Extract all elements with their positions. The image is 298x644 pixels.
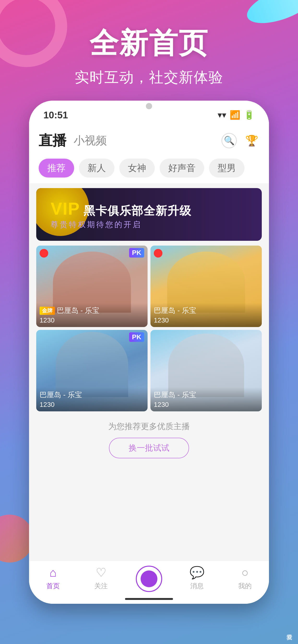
- header-area: 全新首页 实时互动，社交新体验: [0, 24, 298, 87]
- message-icon: 💬: [190, 566, 204, 580]
- stream-card-2[interactable]: 巴厘岛 - 乐宝 1230: [151, 246, 262, 327]
- footer-recommendation: 为您推荐更多优质主播 换一批试试: [29, 411, 269, 463]
- nav-follow[interactable]: ♡ 关注: [77, 566, 125, 590]
- app-topbar: 直播 小视频 🔍 🏆: [29, 124, 269, 155]
- bottom-nav: ⌂ 首页 ♡ 关注 💬 消息 ○ 我的: [29, 560, 269, 604]
- stream-name-2: 巴厘岛 - 乐宝: [154, 306, 196, 316]
- search-button[interactable]: 🔍: [221, 133, 237, 148]
- trophy-icon: 🏆: [245, 134, 258, 147]
- category-tabs: 推荐 新人 女神 好声音 型男: [29, 155, 269, 183]
- pk-badge-3: PK: [129, 332, 144, 342]
- pk-badge-1: PK: [129, 248, 144, 258]
- search-icon: 🔍: [224, 136, 235, 146]
- live-dot-1: [40, 249, 48, 258]
- home-icon: ⌂: [49, 566, 57, 580]
- vip-desc: 尊贵特权期待您的开启: [51, 220, 192, 230]
- notch-pill: [118, 100, 180, 109]
- center-inner: [140, 570, 158, 587]
- profile-icon: ○: [241, 566, 249, 580]
- nav-profile[interactable]: ○ 我的: [221, 566, 269, 590]
- stream-card-1[interactable]: PK 金牌 巴厘岛 - 乐宝 1230: [36, 246, 147, 327]
- battery-icon: 🔋: [244, 110, 255, 120]
- stream-grid: PK 金牌 巴厘岛 - 乐宝 1230 巴厘岛 - 乐宝 1230: [29, 246, 269, 411]
- vip-text-area: VIP 黑卡俱乐部全新升级 尊贵特权期待您的开启: [36, 199, 192, 230]
- stream-name-4: 巴厘岛 - 乐宝: [154, 390, 196, 400]
- vip-main-text: VIP 黑卡俱乐部全新升级: [51, 199, 192, 218]
- message-label: 消息: [190, 582, 204, 590]
- vip-banner[interactable]: VIP 黑卡俱乐部全新升级 尊贵特权期待您的开启: [36, 188, 262, 241]
- center-button[interactable]: [136, 566, 162, 592]
- stream-name-1: 巴厘岛 - 乐宝: [57, 306, 99, 316]
- live-title: 直播: [39, 131, 66, 150]
- refresh-button[interactable]: 换一批试试: [109, 438, 189, 458]
- stream-card-3[interactable]: PK 巴厘岛 - 乐宝 1230: [36, 330, 147, 411]
- nav-center[interactable]: [125, 566, 173, 592]
- signal-icon: 📶: [230, 110, 240, 120]
- app-content: 直播 小视频 🔍 🏆 推荐 新人 女神 好声音 型男 VIP 黑卡俱乐部全新升级: [29, 124, 269, 604]
- bg-decor-blob-left: [0, 514, 34, 562]
- stream-viewers-4: 1230: [154, 401, 258, 408]
- stream-viewers-1: 1230: [40, 316, 144, 324]
- tab-goddess[interactable]: 女神: [119, 158, 155, 178]
- tab-stylish[interactable]: 型男: [209, 158, 244, 178]
- header-title: 全新首页: [0, 24, 298, 63]
- tab-recommended[interactable]: 推荐: [39, 158, 74, 178]
- follow-label: 关注: [94, 582, 108, 590]
- notch-camera: [146, 103, 152, 109]
- gold-badge-1: 金牌: [40, 307, 55, 315]
- wifi-icon: ▾▾: [218, 110, 226, 120]
- stream-viewers-3: 1230: [40, 401, 144, 408]
- profile-label: 我的: [238, 582, 252, 590]
- header-subtitle: 实时互动，社交新体验: [0, 68, 298, 87]
- phone-notch: 10:51 ▾▾ 📶 🔋: [29, 100, 269, 124]
- stream-info-1: 金牌 巴厘岛 - 乐宝 1230: [36, 303, 147, 327]
- phone-time: 10:51: [43, 110, 68, 120]
- vip-sub-heading: 黑卡俱乐部全新升级: [80, 204, 192, 217]
- stream-info-4: 巴厘岛 - 乐宝 1230: [151, 387, 262, 411]
- tab-newbie[interactable]: 新人: [79, 158, 114, 178]
- stream-info-2: 巴厘岛 - 乐宝 1230: [151, 303, 262, 327]
- rec-text: 为您推荐更多优质主播: [34, 421, 264, 432]
- stream-name-3: 巴厘岛 - 乐宝: [40, 390, 82, 400]
- tab-goodvoice[interactable]: 好声音: [160, 158, 204, 178]
- phone-mockup: 10:51 ▾▾ 📶 🔋 直播 小视频 🔍 🏆 推荐 新人 女神: [29, 100, 269, 604]
- live-dot-2: [154, 249, 163, 258]
- stream-viewers-2: 1230: [154, 316, 258, 324]
- nav-home[interactable]: ⌂ 首页: [29, 566, 77, 590]
- video-title[interactable]: 小视频: [74, 133, 107, 148]
- nav-message[interactable]: 💬 消息: [173, 566, 221, 590]
- trophy-button[interactable]: 🏆: [244, 133, 259, 148]
- stream-info-3: 巴厘岛 - 乐宝 1230: [36, 387, 147, 411]
- home-bar: [125, 598, 173, 600]
- status-icons: ▾▾ 📶 🔋: [218, 110, 255, 120]
- stream-card-4[interactable]: 巴厘岛 - 乐宝 1230: [151, 330, 262, 411]
- follow-icon: ♡: [96, 566, 106, 580]
- home-label: 首页: [46, 582, 60, 590]
